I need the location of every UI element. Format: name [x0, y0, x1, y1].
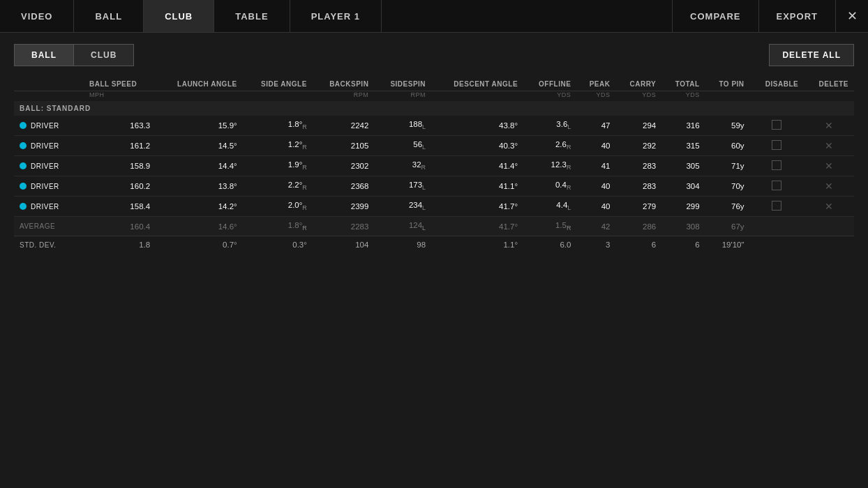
nav-club[interactable]: CLUB [144, 0, 214, 32]
avg-launch-angle: 14.6° [156, 217, 243, 236]
col-ball-speed: BALL SPEED [84, 77, 156, 91]
carry: 294 [615, 116, 661, 136]
club-cell: DRIVER [14, 136, 84, 156]
export-button[interactable]: EXPORT [758, 0, 835, 33]
disable-checkbox[interactable] [772, 201, 781, 211]
descent-angle: 41.4° [431, 156, 523, 176]
stddev-side-angle: 0.3° [243, 236, 313, 254]
disable-checkbox[interactable] [772, 181, 781, 190]
nav-player1[interactable]: PLAYER 1 [290, 0, 382, 32]
backspin: 2242 [313, 116, 375, 136]
disable-checkbox[interactable] [772, 160, 781, 170]
col-launch-angle: LAUNCH ANGLE [156, 77, 243, 91]
total: 316 [661, 116, 705, 136]
nav-table[interactable]: TABLE [214, 0, 290, 32]
delete-icon[interactable]: ✕ [825, 160, 833, 171]
stddev-carry: 6 [615, 236, 661, 254]
total: 305 [661, 156, 705, 176]
delete-cell[interactable]: ✕ [804, 136, 854, 156]
sidespin: 173L [374, 176, 431, 197]
carry: 283 [615, 156, 661, 176]
avg-total: 308 [661, 217, 705, 236]
col-name [14, 77, 84, 91]
delete-icon[interactable]: ✕ [825, 181, 833, 192]
ball-speed: 163.3 [84, 116, 156, 136]
stddev-sidespin: 98 [374, 236, 431, 254]
offline: 4.4L [523, 197, 576, 217]
delete-icon[interactable]: ✕ [825, 120, 833, 131]
club-cell: DRIVER [14, 116, 84, 136]
disable-cell[interactable] [750, 176, 805, 197]
disable-cell[interactable] [750, 197, 805, 217]
club-label: DRIVER [31, 162, 59, 170]
club-cell: DRIVER [14, 176, 84, 197]
offline: 12.3R [523, 156, 576, 176]
column-headers: BALL SPEED LAUNCH ANGLE SIDE ANGLE BACKS… [14, 77, 854, 91]
stddev-backspin: 104 [313, 236, 375, 254]
avg-to-pin: 67y [705, 217, 750, 236]
delete-cell[interactable]: ✕ [804, 156, 854, 176]
disable-checkbox[interactable] [772, 120, 781, 130]
delete-icon[interactable]: ✕ [825, 201, 833, 212]
side-angle: 1.8°R [243, 116, 313, 136]
total: 304 [661, 176, 705, 197]
launch-angle: 14.5° [156, 136, 243, 156]
top-nav: VIDEO BALL CLUB TABLE PLAYER 1 COMPARE E… [0, 0, 868, 33]
total: 315 [661, 136, 705, 156]
to-pin: 59y [705, 116, 750, 136]
club-label: DRIVER [31, 203, 59, 211]
carry: 292 [615, 136, 661, 156]
nav-video[interactable]: VIDEO [0, 0, 74, 32]
carry: 279 [615, 197, 661, 217]
launch-angle: 14.4° [156, 156, 243, 176]
club-label: DRIVER [31, 122, 59, 130]
avg-carry: 286 [615, 217, 661, 236]
row-dot [20, 162, 27, 169]
disable-checkbox[interactable] [772, 140, 781, 150]
to-pin: 70y [705, 176, 750, 197]
launch-angle: 14.2° [156, 197, 243, 217]
disable-cell[interactable] [750, 116, 805, 136]
delete-cell[interactable]: ✕ [804, 116, 854, 136]
disable-cell[interactable] [750, 136, 805, 156]
delete-cell[interactable]: ✕ [804, 197, 854, 217]
col-descent-angle: DESCENT ANGLE [431, 77, 523, 91]
row-dot [20, 203, 27, 210]
section-label: BALL: STANDARD [14, 101, 854, 116]
stddev-ball-speed: 1.8 [84, 236, 156, 254]
disable-cell[interactable] [750, 156, 805, 176]
stddev-descent-angle: 1.1° [431, 236, 523, 254]
peak: 41 [576, 156, 615, 176]
delete-cell[interactable]: ✕ [804, 176, 854, 197]
total: 299 [661, 197, 705, 217]
peak: 47 [576, 116, 615, 136]
side-angle: 1.2°R [243, 136, 313, 156]
nav-ball[interactable]: BALL [74, 0, 144, 32]
close-button[interactable]: ✕ [835, 0, 868, 33]
table-row: DRIVER 161.2 14.5° 1.2°R 2105 56L 40.3° … [14, 136, 854, 156]
to-pin: 76y [705, 197, 750, 217]
peak: 40 [576, 136, 615, 156]
unit-carry: YDS [615, 91, 661, 102]
stddev-offline: 6.0 [523, 236, 576, 254]
avg-label: AVERAGE [14, 217, 84, 236]
backspin: 2368 [313, 176, 375, 197]
table-row: DRIVER 163.3 15.9° 1.8°R 2242 188L 43.8°… [14, 116, 854, 136]
table-row: DRIVER 158.9 14.4° 1.9°R 2302 32R 41.4° … [14, 156, 854, 176]
delete-all-button[interactable]: DELETE ALL [769, 44, 854, 66]
unit-peak: YDS [576, 91, 615, 102]
stddev-row: STD. DEV. 1.8 0.7° 0.3° 104 98 1.1° 6.0 … [14, 236, 854, 254]
sidespin: 188L [374, 116, 431, 136]
backspin: 2399 [313, 197, 375, 217]
side-angle: 2.2°R [243, 176, 313, 197]
club-label: DRIVER [31, 183, 59, 190]
stddev-label: STD. DEV. [14, 236, 84, 254]
tab-club[interactable]: CLUB [74, 45, 133, 66]
delete-icon[interactable]: ✕ [825, 140, 833, 151]
compare-button[interactable]: COMPARE [672, 0, 758, 33]
launch-angle: 15.9° [156, 116, 243, 136]
tab-ball[interactable]: BALL [15, 45, 74, 66]
main-content: BALL CLUB DELETE ALL BALL SPEED LAUNCH A… [0, 33, 868, 264]
sidespin: 32R [374, 156, 431, 176]
offline: 0.4R [523, 176, 576, 197]
